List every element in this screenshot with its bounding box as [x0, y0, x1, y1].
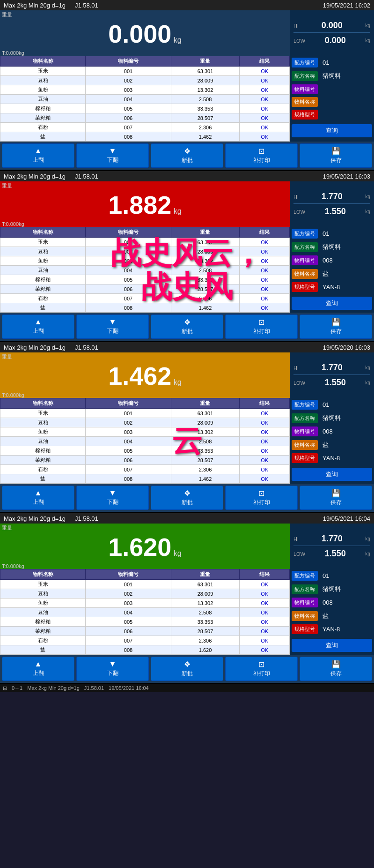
result-cell: OK: [240, 599, 290, 608]
query-button[interactable]: 查询: [292, 468, 372, 481]
material-name-cell: 石粉: [0, 465, 86, 474]
side-label-btn-2[interactable]: 物料编号: [292, 427, 318, 436]
weight-cell: 28.009: [171, 76, 240, 85]
col-header-name: 物料名称: [0, 569, 86, 580]
top-bar-left: Max 2kg Min 20g d=1g J1.58.01: [4, 344, 98, 351]
side-panel: 配方编号 01 配方名称 猪饲料 物料编号 008 物料名称 盐 规格型号 YA…: [290, 227, 374, 313]
weight-left: 重量 1.620 kg T:0.000kg: [0, 524, 290, 569]
action-btn-上翻[interactable]: ▲ 上翻: [2, 486, 74, 510]
action-btn-补打印[interactable]: ⊡ 补打印: [225, 143, 298, 168]
query-button[interactable]: 查询: [292, 297, 372, 310]
action-btn-下翻[interactable]: ▼ 下翻: [76, 143, 149, 168]
action-btn-新批[interactable]: ❖ 新批: [151, 486, 223, 510]
weight-cell: 28.507: [171, 284, 240, 294]
material-name-cell: 玉米: [0, 238, 86, 247]
side-label-btn-0[interactable]: 配方编号: [292, 400, 318, 410]
side-value-1: 猪饲料: [320, 241, 372, 253]
side-value-4: YAN-8: [320, 453, 372, 463]
weight-display-area: 重量 1.462 kg T:0.000kg HI 1.770 kg LOW 1.…: [0, 352, 374, 398]
side-label-btn-3[interactable]: 物料名称: [292, 440, 318, 450]
side-label-btn-0[interactable]: 配方编号: [292, 571, 318, 581]
table-row: 鱼粉 003 13.302 OK: [0, 256, 290, 266]
material-code-cell: 002: [86, 76, 171, 85]
action-btn-新批[interactable]: ❖ 新批: [151, 314, 223, 339]
side-label-btn-1[interactable]: 配方名称: [292, 242, 318, 252]
side-label-btn-2[interactable]: 物料编号: [292, 84, 318, 94]
side-label-btn-1[interactable]: 配方名称: [292, 584, 318, 594]
weight-cell: 28.507: [171, 627, 240, 636]
action-btn-新批[interactable]: ❖ 新批: [151, 657, 223, 681]
material-name-cell: 鱼粉: [0, 256, 86, 266]
action-btn-保存[interactable]: 💾 保存: [300, 486, 372, 510]
table-header-row: 物料名称 物料编号 重量 结果: [0, 56, 290, 67]
material-code-cell: 006: [86, 113, 171, 123]
weight-cell: 63.301: [171, 238, 240, 247]
material-code-cell: 004: [86, 95, 171, 104]
bottom-status-bar: ⊟ 0→1 Max 2kg Min 20g d=1g J1.58.01 19/0…: [0, 684, 374, 692]
result-cell: OK: [240, 456, 290, 465]
table-row: 盐 008 1.462 OK: [0, 474, 290, 484]
side-label-btn-4[interactable]: 规格型号: [292, 453, 318, 463]
material-code-cell: 005: [86, 617, 171, 627]
action-label-3: 补打印: [253, 328, 270, 336]
result-cell: OK: [240, 580, 290, 589]
query-button[interactable]: 查询: [292, 124, 372, 137]
side-label-btn-2[interactable]: 物料编号: [292, 598, 318, 607]
side-label-btn-1[interactable]: 配方名称: [292, 71, 318, 81]
weight-label-top: 重量: [0, 352, 290, 361]
weight-cell: 1.620: [171, 645, 240, 655]
action-btn-保存[interactable]: 💾 保存: [300, 143, 372, 168]
action-icon-1: ▼: [109, 147, 117, 155]
weight-cell: 28.507: [171, 456, 240, 465]
side-label-btn-3[interactable]: 物料名称: [292, 97, 318, 107]
side-label-btn-1[interactable]: 配方名称: [292, 413, 318, 423]
material-code-cell: 007: [86, 465, 171, 474]
weight-cell: 2.306: [171, 123, 240, 132]
side-label-btn-0[interactable]: 配方编号: [292, 229, 318, 239]
action-label-0: 上翻: [33, 669, 44, 677]
spec-text: Max 2kg Min 20g d=1g: [4, 173, 66, 180]
action-btn-上翻[interactable]: ▲ 上翻: [2, 657, 74, 681]
action-icon-3: ⊡: [258, 318, 264, 327]
side-label-btn-4[interactable]: 规格型号: [292, 110, 318, 120]
hi-label: HI: [293, 23, 299, 29]
side-label-btn-2[interactable]: 物料编号: [292, 255, 318, 265]
data-table: 物料名称 物料编号 重量 结果 玉米 001 63.301 OK 豆粕 002 …: [0, 227, 290, 313]
result-cell: OK: [240, 446, 290, 456]
action-btn-上翻[interactable]: ▲ 上翻: [2, 314, 74, 339]
material-code-cell: 005: [86, 275, 171, 284]
side-label-btn-3[interactable]: 物料名称: [292, 269, 318, 279]
side-info-row-1: 配方名称 猪饲料: [292, 241, 372, 253]
action-btn-下翻[interactable]: ▼ 下翻: [76, 314, 149, 339]
action-btn-补打印[interactable]: ⊡ 补打印: [225, 657, 298, 681]
table-row: 盐 008 1.462 OK: [0, 303, 290, 313]
weight-cell: 2.508: [171, 95, 240, 104]
action-label-1: 下翻: [107, 498, 118, 506]
side-label-btn-3[interactable]: 物料名称: [292, 611, 318, 621]
weight-cell: 63.301: [171, 580, 240, 589]
side-info-row-2: 物料编号 008: [292, 427, 372, 436]
material-code-cell: 005: [86, 104, 171, 113]
col-header-weight: 重量: [171, 398, 240, 409]
material-name-cell: 豆油: [0, 608, 86, 617]
action-btn-保存[interactable]: 💾 保存: [300, 657, 372, 681]
action-btn-补打印[interactable]: ⊡ 补打印: [225, 486, 298, 510]
side-label-btn-4[interactable]: 规格型号: [292, 624, 318, 634]
side-value-0: 01: [320, 58, 372, 67]
action-btn-新批[interactable]: ❖ 新批: [151, 143, 223, 168]
action-btn-下翻[interactable]: ▼ 下翻: [76, 657, 149, 681]
action-btn-保存[interactable]: 💾 保存: [300, 314, 372, 339]
hi-unit: kg: [365, 365, 370, 370]
result-cell: OK: [240, 437, 290, 446]
table-header-row: 物料名称 物料编号 重量 结果: [0, 398, 290, 409]
action-btn-下翻[interactable]: ▼ 下翻: [76, 486, 149, 510]
material-code-cell: 001: [86, 580, 171, 589]
table-row: 菜籽粕 006 28.507 OK: [0, 113, 290, 123]
side-label-btn-0[interactable]: 配方编号: [292, 58, 318, 67]
query-button[interactable]: 查询: [292, 639, 372, 652]
side-label-btn-4[interactable]: 规格型号: [292, 282, 318, 292]
action-btn-上翻[interactable]: ▲ 上翻: [2, 143, 74, 168]
action-label-2: 新批: [182, 157, 193, 165]
action-btn-补打印[interactable]: ⊡ 补打印: [225, 314, 298, 339]
tare-line: T:0.000kg: [0, 563, 290, 569]
